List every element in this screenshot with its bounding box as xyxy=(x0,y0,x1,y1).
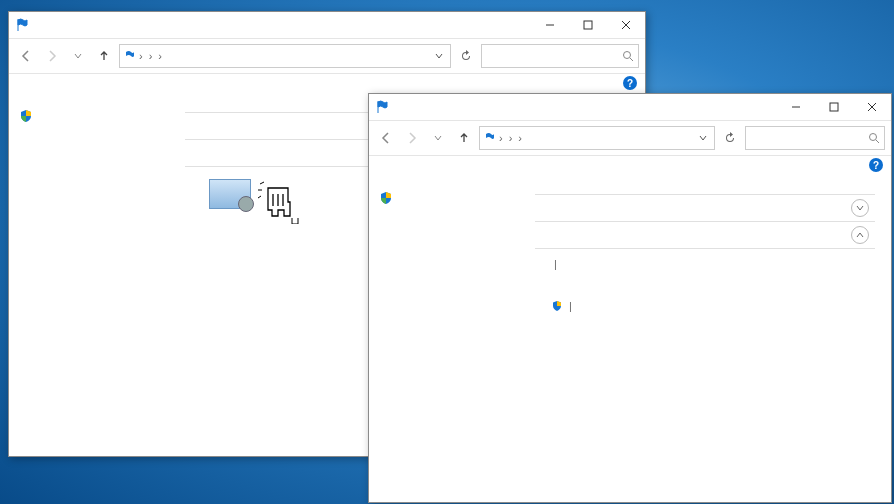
chevron-right-icon: › xyxy=(509,132,513,144)
chevron-up-icon xyxy=(851,226,869,244)
shield-icon xyxy=(19,109,33,123)
helpbar: ? xyxy=(9,74,645,92)
flag-icon xyxy=(15,18,29,32)
refresh-button[interactable] xyxy=(719,127,741,149)
refresh-button[interactable] xyxy=(455,45,477,67)
svg-point-13 xyxy=(870,134,877,141)
maximize-button[interactable] xyxy=(569,12,607,38)
shield-icon xyxy=(379,191,393,205)
sidebar xyxy=(9,92,179,456)
recent-dropdown[interactable] xyxy=(427,127,449,149)
sidebar xyxy=(369,174,529,502)
forward-button[interactable] xyxy=(401,127,423,149)
flag-icon xyxy=(484,132,496,144)
maximize-button[interactable] xyxy=(815,94,853,120)
up-button[interactable] xyxy=(453,127,475,149)
titlebar[interactable] xyxy=(9,12,645,39)
search-input[interactable] xyxy=(481,44,639,68)
svg-rect-1 xyxy=(584,21,592,29)
up-button[interactable] xyxy=(93,45,115,67)
close-button[interactable] xyxy=(853,94,891,120)
recent-dropdown[interactable] xyxy=(67,45,89,67)
titlebar[interactable] xyxy=(369,94,891,121)
main-panel: | | xyxy=(529,174,891,502)
window-security-maintenance-expanded: › › › ? xyxy=(368,93,892,503)
navbar: › › › xyxy=(369,121,891,156)
filehist-links xyxy=(535,357,875,363)
minimize-button[interactable] xyxy=(531,12,569,38)
flag-icon xyxy=(124,50,136,62)
check-solutions-links: | xyxy=(535,255,875,273)
chevron-right-icon: › xyxy=(149,50,153,62)
search-input[interactable] xyxy=(745,126,885,150)
security-expander[interactable] xyxy=(535,194,875,222)
search-icon xyxy=(868,132,880,144)
address-dropdown[interactable] xyxy=(432,52,446,60)
search-icon xyxy=(622,50,634,62)
chevron-down-icon xyxy=(851,199,869,217)
troubleshoot-icon xyxy=(209,179,251,209)
drive-desc xyxy=(535,375,875,381)
navbar: › › › xyxy=(9,39,645,74)
helpbar: ? xyxy=(369,156,891,174)
address-dropdown[interactable] xyxy=(696,134,710,142)
shield-icon xyxy=(551,300,563,312)
minimize-button[interactable] xyxy=(777,94,815,120)
chevron-right-icon: › xyxy=(518,132,522,144)
help-icon[interactable]: ? xyxy=(869,158,883,172)
flag-icon xyxy=(375,100,389,114)
svg-line-5 xyxy=(630,58,633,61)
svg-point-4 xyxy=(624,52,631,59)
chevron-right-icon: › xyxy=(158,50,162,62)
forward-button[interactable] xyxy=(41,45,63,67)
chevron-right-icon: › xyxy=(139,50,143,62)
close-button[interactable] xyxy=(607,12,645,38)
breadcrumb[interactable]: › › › xyxy=(119,44,451,68)
homegroup-links xyxy=(535,333,875,339)
chevron-right-icon: › xyxy=(499,132,503,144)
back-button[interactable] xyxy=(375,127,397,149)
svg-line-14 xyxy=(876,140,879,143)
breadcrumb[interactable]: › › › xyxy=(479,126,715,150)
back-button[interactable] xyxy=(15,45,37,67)
svg-rect-10 xyxy=(830,103,838,111)
auto-maint-links: | xyxy=(535,297,875,315)
help-icon[interactable]: ? xyxy=(623,76,637,90)
maintenance-expander[interactable] xyxy=(535,222,875,249)
